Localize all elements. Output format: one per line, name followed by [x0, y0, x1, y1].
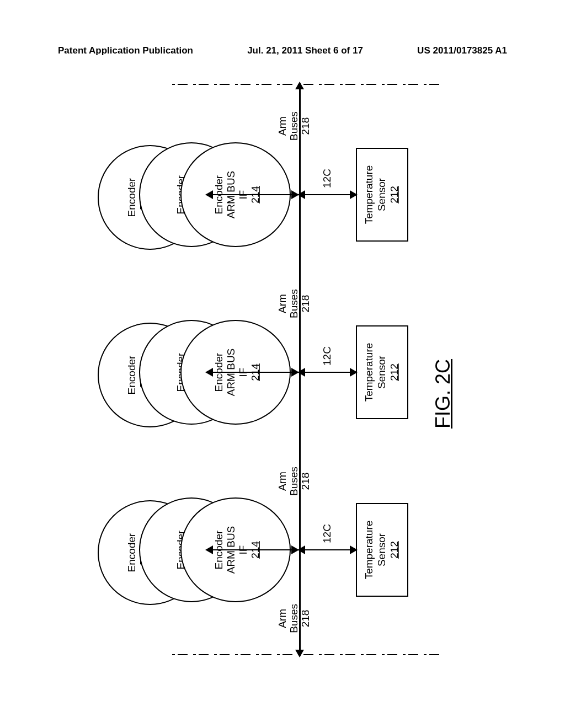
- header-center: Jul. 21, 2011 Sheet 6 of 17: [247, 45, 363, 56]
- arm-buses-label: Arm Buses 218: [277, 467, 312, 496]
- diagram-container: Encoder Read Head IF 234 Encoder DSP 216…: [0, 94, 565, 645]
- bus-label-leader: [0, 532, 56, 607]
- label: Temperature: [363, 521, 376, 580]
- sensor-connector-arrow: [299, 549, 356, 550]
- label: Buses: [288, 289, 300, 318]
- boundary-dash-left: [172, 654, 443, 655]
- temperature-sensor-box: Temperature Sensor 212: [356, 325, 408, 419]
- label: Arm: [276, 116, 288, 136]
- arm-buses-label: Arm Buses 218: [277, 111, 312, 141]
- ref-number: 218: [300, 117, 311, 135]
- header-right: US 2011/0173825 A1: [417, 45, 507, 56]
- boundary-dash-right: [172, 84, 443, 85]
- label: Arm: [276, 472, 288, 491]
- label: Buses: [288, 467, 300, 496]
- label: Temperature: [363, 343, 376, 402]
- temperature-sensor-box: Temperature Sensor 212: [356, 148, 408, 242]
- bus-tap-arrow: [207, 372, 297, 373]
- ref-number: 212: [388, 186, 401, 204]
- ref-number: 212: [388, 541, 401, 559]
- label: Arm: [276, 294, 288, 313]
- i2c-label: 12C: [321, 346, 333, 366]
- figure-caption: FIG. 2C: [431, 359, 455, 429]
- label: Encoder: [126, 533, 138, 572]
- bus-label-leader: [0, 493, 56, 569]
- ref-number: 212: [388, 363, 401, 381]
- label: Encoder: [126, 178, 138, 217]
- sensor-connector-arrow: [299, 372, 356, 373]
- i2c-label: 12C: [321, 524, 333, 543]
- ref-number: 218: [300, 473, 311, 490]
- arm-buses-label: Arm Buses 218: [277, 604, 312, 633]
- bus-label-leader: [0, 138, 56, 214]
- label: Encoder: [126, 356, 138, 395]
- header-left: Patent Application Publication: [58, 45, 193, 56]
- ref-number: 218: [300, 610, 311, 628]
- sensor-connector-arrow: [299, 194, 356, 195]
- bus-label-leader: [0, 315, 56, 392]
- label: Temperature: [363, 165, 376, 224]
- label: Sensor: [376, 178, 388, 211]
- label: Arm: [276, 609, 288, 628]
- label: Sensor: [376, 356, 388, 389]
- label: Sensor: [376, 533, 388, 566]
- ref-number: 218: [300, 295, 311, 313]
- bus-tap-arrow: [207, 549, 297, 550]
- temperature-sensor-box: Temperature Sensor 212: [356, 503, 408, 597]
- arm-buses-label: Arm Buses 218: [277, 289, 312, 318]
- i2c-label: 12C: [321, 169, 333, 188]
- bus-tap-arrow: [207, 194, 297, 195]
- page-header: Patent Application Publication Jul. 21, …: [58, 45, 507, 56]
- diagram-rotated: Encoder Read Head IF 234 Encoder DSP 216…: [56, 61, 509, 678]
- label: Buses: [288, 604, 300, 633]
- label: Buses: [288, 111, 300, 141]
